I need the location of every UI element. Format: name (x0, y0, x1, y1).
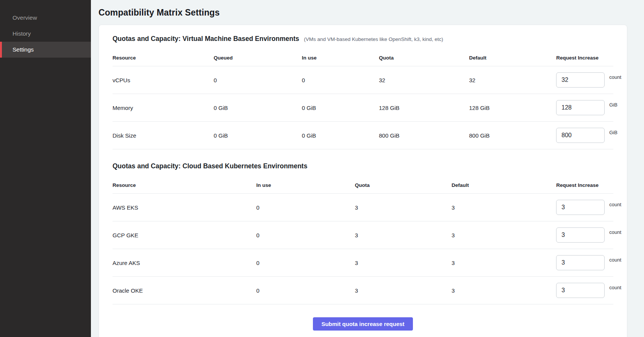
quota-value: 3 (355, 260, 452, 266)
default-value: 128 GiB (469, 105, 556, 111)
vm-quota-table: Resource Queued In use Quota Default Req… (113, 50, 613, 149)
column-header-queued: Queued (214, 55, 302, 61)
request-increase-cell: count (556, 72, 625, 88)
default-value: 3 (452, 260, 556, 266)
in-use-value: 0 (302, 77, 379, 83)
resource-name: GCP GKE (113, 232, 256, 238)
queued-value: 0 (214, 77, 302, 83)
table-row: Memory 0 GiB 0 GiB 128 GiB 128 GiB GiB (113, 94, 613, 122)
memory-request-input[interactable] (556, 100, 605, 115)
queued-value: 0 GiB (214, 105, 302, 111)
vm-table-header-row: Resource Queued In use Quota Default Req… (113, 50, 613, 66)
unit-label: count (609, 74, 621, 80)
submit-quota-request-button[interactable]: Submit quota increase request (313, 317, 413, 331)
vcpus-request-input[interactable] (556, 72, 605, 88)
default-value: 3 (452, 287, 556, 294)
vm-section-heading: Quotas and Capacity: Virtual Machine Bas… (113, 35, 613, 43)
gcp-gke-request-input[interactable] (556, 227, 605, 243)
table-row: vCPUs 0 0 32 32 count (113, 66, 613, 94)
resource-name: Disk Size (113, 132, 214, 139)
column-header-resource: Resource (113, 55, 214, 61)
table-row: Disk Size 0 GiB 0 GiB 800 GiB 800 GiB Gi… (113, 122, 613, 149)
table-row: Oracle OKE 0 3 3 count (113, 277, 613, 304)
cloud-section-heading: Quotas and Capacity: Cloud Based Kuberne… (113, 162, 613, 170)
cloud-quota-table: Resource In use Quota Default Request In… (113, 177, 613, 304)
resource-name: Oracle OKE (113, 287, 256, 294)
sidebar-item-overview[interactable]: Overview (0, 10, 91, 26)
unit-label: count (609, 257, 621, 263)
in-use-value: 0 GiB (302, 132, 379, 139)
column-header-request-increase: Request Increase (556, 55, 613, 61)
main-content: Compatibility Matrix Settings Quotas and… (91, 0, 644, 337)
resource-name: Azure AKS (113, 260, 256, 266)
request-increase-cell: GiB (556, 128, 621, 143)
sidebar-nav: Overview History Settings (0, 10, 91, 58)
queued-value: 0 GiB (214, 132, 302, 139)
quota-value: 32 (379, 77, 469, 83)
column-header-default: Default (469, 55, 556, 61)
vm-section-subtitle: (VMs and VM-based Kubernetes like OpenSh… (304, 36, 443, 42)
column-header-default: Default (452, 182, 556, 188)
unit-label: GiB (609, 102, 617, 108)
table-row: Azure AKS 0 3 3 count (113, 249, 613, 277)
table-row: AWS EKS 0 3 3 count (113, 194, 613, 221)
table-row: GCP GKE 0 3 3 count (113, 221, 613, 249)
sidebar-item-history[interactable]: History (0, 26, 91, 42)
quota-settings-card: Quotas and Capacity: Virtual Machine Bas… (98, 25, 627, 337)
default-value: 3 (452, 204, 556, 211)
sidebar-item-settings[interactable]: Settings (0, 42, 91, 58)
resource-name: vCPUs (113, 77, 214, 83)
quota-value: 128 GiB (379, 105, 469, 111)
default-value: 32 (469, 77, 556, 83)
quota-value: 3 (355, 204, 452, 211)
request-increase-cell: count (556, 255, 625, 270)
default-value: 3 (452, 232, 556, 238)
request-increase-cell: GiB (556, 100, 621, 115)
in-use-value: 0 (256, 232, 355, 238)
unit-label: GiB (609, 130, 617, 135)
page-title: Compatibility Matrix Settings (98, 8, 627, 18)
in-use-value: 0 (256, 287, 355, 294)
cloud-section-title: Quotas and Capacity: Cloud Based Kuberne… (113, 162, 307, 170)
column-header-request-increase: Request Increase (556, 182, 613, 188)
quota-value: 3 (355, 287, 452, 294)
resource-name: Memory (113, 105, 214, 111)
in-use-value: 0 (256, 204, 355, 211)
unit-label: count (609, 229, 621, 235)
unit-label: count (609, 202, 621, 207)
app-window: Overview History Settings Compatibility … (0, 0, 644, 337)
cloud-table-header-row: Resource In use Quota Default Request In… (113, 177, 613, 194)
submit-row: Submit quota increase request (113, 317, 613, 331)
column-header-quota: Quota (355, 182, 452, 188)
quota-value: 3 (355, 232, 452, 238)
default-value: 800 GiB (469, 132, 556, 139)
disk-size-request-input[interactable] (556, 128, 605, 143)
oracle-oke-request-input[interactable] (556, 283, 605, 298)
vm-section-title: Quotas and Capacity: Virtual Machine Bas… (113, 35, 299, 42)
request-increase-cell: count (556, 283, 625, 298)
request-increase-cell: count (556, 200, 625, 215)
quota-value: 800 GiB (379, 132, 469, 139)
column-header-in-use: In use (302, 55, 379, 61)
in-use-value: 0 GiB (302, 105, 379, 111)
in-use-value: 0 (256, 260, 355, 266)
column-header-quota: Quota (379, 55, 469, 61)
sidebar: Overview History Settings (0, 0, 91, 337)
column-header-in-use: In use (256, 182, 355, 188)
azure-aks-request-input[interactable] (556, 255, 605, 270)
aws-eks-request-input[interactable] (556, 200, 605, 215)
resource-name: AWS EKS (113, 204, 256, 211)
request-increase-cell: count (556, 227, 625, 243)
unit-label: count (609, 285, 621, 290)
column-header-resource: Resource (113, 182, 256, 188)
